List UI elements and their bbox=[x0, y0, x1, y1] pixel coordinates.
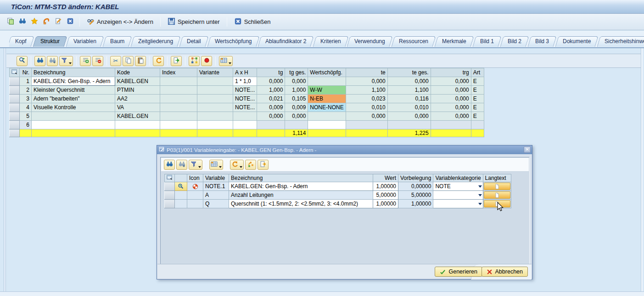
cell-bezeichnung[interactable]: Anzahl Leitungen bbox=[229, 191, 373, 200]
workflow-button[interactable] bbox=[41, 17, 51, 27]
row-selector[interactable] bbox=[165, 182, 175, 191]
cell-variante[interactable] bbox=[197, 112, 233, 121]
record-button[interactable] bbox=[201, 56, 212, 66]
cell-index[interactable] bbox=[160, 95, 197, 103]
column-header-variante[interactable]: Variante bbox=[197, 68, 233, 77]
cell-axh[interactable]: NOTE... bbox=[233, 86, 257, 95]
cell-tg-ges[interactable]: 0,009 bbox=[285, 103, 308, 112]
cell-index[interactable] bbox=[160, 77, 197, 86]
cell-nr[interactable]: 4 bbox=[20, 103, 32, 112]
column-header-trg[interactable]: trg bbox=[431, 68, 471, 77]
tab-bild-3[interactable]: Bild 3 bbox=[527, 36, 556, 47]
cell-nr[interactable]: 2 bbox=[20, 86, 32, 95]
tab-kopf[interactable]: Kopf bbox=[9, 36, 34, 47]
cell-trg[interactable]: 0,000 bbox=[431, 112, 471, 121]
column-header-bezeichnung[interactable]: Bezeichnung bbox=[32, 68, 115, 77]
cut-button[interactable]: ✂ bbox=[110, 56, 121, 66]
cell-te-ges[interactable]: 0,010 bbox=[387, 103, 431, 112]
cell-kode[interactable] bbox=[115, 121, 160, 129]
row-selector[interactable] bbox=[10, 103, 20, 112]
cell-te[interactable] bbox=[346, 121, 387, 129]
cell-variante[interactable] bbox=[197, 95, 233, 103]
column-header-bezeichnung[interactable]: Bezeichnung bbox=[229, 174, 373, 182]
find-next-button[interactable] bbox=[176, 160, 187, 170]
tab-wertschoepfung[interactable]: Wertschöpfung bbox=[207, 36, 259, 47]
row-selector[interactable] bbox=[10, 86, 20, 95]
cell-tg[interactable]: 0,009 bbox=[257, 103, 285, 112]
select-all-button[interactable] bbox=[165, 174, 175, 182]
row-selector[interactable] bbox=[10, 95, 20, 103]
table-settings-button[interactable] bbox=[219, 56, 233, 66]
cell-nr[interactable]: 1 bbox=[20, 77, 32, 86]
cell-variante[interactable] bbox=[197, 121, 233, 129]
cell-wertschoepfg[interactable] bbox=[308, 77, 346, 86]
cell-te[interactable]: 0,000 bbox=[346, 77, 387, 86]
cell-art[interactable] bbox=[471, 121, 484, 129]
close-mode-button[interactable] bbox=[65, 17, 75, 27]
cell-kode[interactable]: VA bbox=[115, 103, 160, 112]
column-header-nr[interactable]: Nr. bbox=[20, 68, 32, 77]
cell-bezeichnung[interactable]: Querschnitt (1: <1.5mm2, 2: <2.5mm2, 3: … bbox=[229, 200, 373, 208]
cell-tg[interactable]: 1,000 bbox=[257, 86, 285, 95]
cell-axh[interactable]: NOTE... bbox=[233, 103, 257, 112]
generate-button[interactable]: Generieren bbox=[435, 267, 482, 277]
find-button[interactable] bbox=[164, 160, 175, 170]
undo-button[interactable] bbox=[153, 56, 164, 66]
cell-bezeichnung[interactable]: Kleinster Querschnitt bbox=[32, 86, 115, 95]
find-button[interactable] bbox=[17, 17, 28, 27]
tab-kriterien[interactable]: Kriterien bbox=[313, 36, 348, 47]
delete-row-button[interactable] bbox=[92, 56, 103, 66]
adopt-button[interactable] bbox=[245, 160, 256, 170]
cell-variante[interactable] bbox=[197, 103, 233, 112]
edit-button[interactable] bbox=[53, 17, 63, 27]
filter-button[interactable] bbox=[59, 56, 73, 66]
hierarchy-button[interactable] bbox=[189, 56, 200, 66]
column-header-vorbelegung[interactable]: Vorbelegung bbox=[398, 174, 433, 182]
cell-tg-ges[interactable]: 0,000 bbox=[285, 77, 308, 86]
cell-te[interactable]: 0,023 bbox=[346, 95, 387, 103]
paste-button[interactable] bbox=[135, 56, 146, 66]
cell-index[interactable] bbox=[160, 121, 197, 129]
tab-baum[interactable]: Baum bbox=[102, 36, 132, 47]
cell-te[interactable]: 0,010 bbox=[346, 103, 387, 112]
dialog-close-button[interactable]: ✕ bbox=[524, 146, 531, 153]
column-header-detail[interactable] bbox=[175, 174, 187, 182]
filter-button[interactable] bbox=[189, 160, 202, 170]
cell-trg[interactable]: 0,000 bbox=[431, 77, 471, 86]
detail-button[interactable] bbox=[17, 56, 28, 66]
column-header-variable[interactable]: Variable bbox=[203, 174, 229, 182]
dropdown-arrow-icon[interactable] bbox=[478, 203, 482, 205]
cell-index[interactable] bbox=[160, 112, 197, 121]
dropdown-arrow-icon[interactable] bbox=[478, 185, 482, 188]
column-header-art[interactable]: Art bbox=[471, 68, 484, 77]
row-selector[interactable] bbox=[10, 77, 20, 86]
kategorie-select[interactable] bbox=[433, 191, 483, 200]
column-header-te-ges[interactable]: te ges. bbox=[387, 68, 431, 77]
column-header-tg[interactable]: tg bbox=[257, 68, 285, 77]
kategorie-select[interactable]: NOTE bbox=[433, 182, 483, 191]
cell-te-ges[interactable] bbox=[387, 121, 431, 129]
cell-art[interactable]: E bbox=[471, 77, 484, 86]
cell-art[interactable]: E bbox=[471, 86, 484, 95]
cell-wertschoepfg[interactable]: NONE-NONE bbox=[308, 103, 346, 112]
cell-trg[interactable]: 0,000 bbox=[431, 103, 471, 112]
dropdown-arrow-icon[interactable] bbox=[478, 194, 482, 196]
save-as-button[interactable]: Speichern unter bbox=[165, 17, 223, 28]
cell-kode[interactable]: KABEL.GEN bbox=[115, 77, 160, 86]
cell-tg[interactable]: 0,000 bbox=[257, 112, 285, 121]
cell-trg[interactable]: 0,000 bbox=[431, 95, 471, 103]
cell-nr[interactable]: 3 bbox=[20, 95, 32, 103]
sessions-button[interactable] bbox=[6, 17, 16, 27]
tab-dokumente[interactable]: Dokumente bbox=[555, 36, 598, 47]
cell-variable[interactable]: Q bbox=[203, 200, 229, 208]
cell-axh[interactable]: NOTE... bbox=[233, 95, 257, 103]
cell-te[interactable]: 1,100 bbox=[346, 86, 387, 95]
detail-magnifier-button[interactable] bbox=[175, 182, 187, 191]
cell-wertschoepfg[interactable]: W-W bbox=[308, 86, 346, 95]
tab-detail[interactable]: Detail bbox=[179, 36, 208, 47]
cancel-button[interactable]: Abbrechen bbox=[482, 267, 528, 277]
cell-kode[interactable]: PTMIN bbox=[115, 86, 160, 95]
wert-input[interactable]: 5,00000 bbox=[373, 191, 398, 200]
tab-struktur[interactable]: Struktur bbox=[33, 36, 67, 47]
column-header-langtext[interactable]: Langtext bbox=[483, 174, 511, 182]
